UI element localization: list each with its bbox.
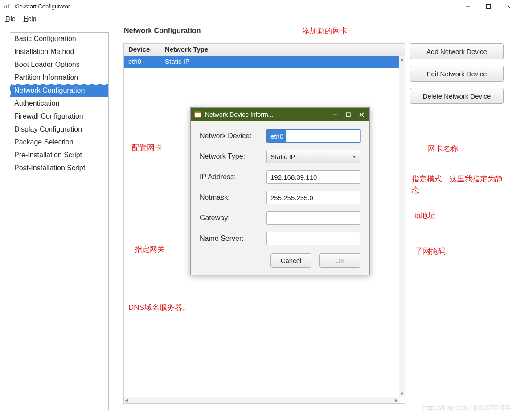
ip-address-input[interactable] <box>266 170 360 184</box>
dialog-icon <box>194 111 201 118</box>
svg-rect-11 <box>346 113 350 117</box>
dialog-title: Network Device Inform... <box>205 111 327 118</box>
window-title: Kickstart Configurator <box>14 3 458 10</box>
gateway-input[interactable] <box>266 211 360 225</box>
ok-button[interactable]: OK <box>319 253 360 268</box>
svg-rect-5 <box>487 4 491 8</box>
dialog-title-bar[interactable]: Network Device Inform... <box>191 108 369 121</box>
add-network-device-button[interactable]: Add Network Device <box>410 43 504 59</box>
scroll-left-icon[interactable]: ◀ <box>125 398 128 403</box>
name-server-label: Name Server: <box>200 235 266 243</box>
cell-type: Static IP <box>160 56 194 68</box>
network-type-select[interactable]: Static IP ▼ <box>266 150 360 163</box>
sidebar-item-display-configuration[interactable]: Display Configuration <box>10 123 108 136</box>
netmask-input[interactable] <box>266 191 360 204</box>
delete-network-device-button[interactable]: Delete Network Device <box>410 88 504 104</box>
svg-rect-9 <box>195 112 201 113</box>
scroll-down-icon[interactable]: ▼ <box>399 391 405 397</box>
sidebar-item-pre-installation-script[interactable]: Pre-Installation Script <box>10 149 108 162</box>
sidebar-item-package-selection[interactable]: Package Selection <box>10 136 108 149</box>
network-device-dialog: Network Device Inform... Network Device:… <box>190 107 370 275</box>
app-icon <box>4 3 11 10</box>
menu-bar: File Help <box>0 13 520 24</box>
sidebar-item-authentication[interactable]: Authentication <box>10 97 108 110</box>
dialog-minimize-button[interactable] <box>329 109 340 120</box>
panel-title: Network Configuration <box>121 27 203 35</box>
sidebar: Basic ConfigurationInstallation MethodBo… <box>10 32 109 410</box>
sidebar-item-post-installation-script[interactable]: Post-Installation Script <box>10 162 108 175</box>
sidebar-item-firewall-configuration[interactable]: Firewall Configuration <box>10 110 108 123</box>
sidebar-item-boot-loader-options[interactable]: Boot Loader Options <box>10 58 108 71</box>
svg-point-3 <box>8 4 10 5</box>
table-row[interactable]: eth0 Static IP <box>124 56 405 68</box>
dialog-close-button[interactable] <box>356 109 367 120</box>
menu-help[interactable]: Help <box>21 14 42 23</box>
sidebar-item-network-configuration[interactable]: Network Configuration <box>10 84 108 97</box>
gateway-label: Gateway: <box>200 214 266 222</box>
network-device-input[interactable] <box>266 129 360 143</box>
chevron-down-icon: ▼ <box>352 154 356 159</box>
minimize-button[interactable] <box>458 0 478 13</box>
svg-rect-1 <box>6 5 7 8</box>
scroll-up-icon[interactable]: ▲ <box>399 56 405 62</box>
sidebar-item-installation-method[interactable]: Installation Method <box>10 45 108 58</box>
cell-device: eth0 <box>124 56 160 68</box>
sidebar-item-partition-information[interactable]: Partition Information <box>10 71 108 84</box>
vertical-scrollbar[interactable]: ▲ ▼ <box>399 56 405 397</box>
sidebar-item-basic-configuration[interactable]: Basic Configuration <box>10 33 108 45</box>
name-server-input[interactable] <box>266 232 360 245</box>
action-buttons: Add Network Device Edit Network Device D… <box>410 43 504 104</box>
network-type-value: Static IP <box>270 153 295 161</box>
maximize-button[interactable] <box>478 0 499 13</box>
title-bar: Kickstart Configurator <box>0 0 520 13</box>
watermark: https://blog.csdn.r@51CTO博客 <box>423 404 511 412</box>
dialog-maximize-button[interactable] <box>343 109 353 120</box>
menu-file[interactable]: File <box>3 14 21 23</box>
scroll-right-icon[interactable]: ▶ <box>395 398 398 403</box>
table-header: Device Network Type <box>124 44 405 56</box>
svg-rect-0 <box>4 6 5 8</box>
close-button[interactable] <box>499 0 519 13</box>
network-type-label: Network Type: <box>200 152 266 161</box>
netmask-label: Netmask: <box>200 194 266 202</box>
ip-address-label: IP Address: <box>200 173 266 181</box>
dialog-body: Network Device: Network Type: Static IP … <box>191 121 369 275</box>
horizontal-scrollbar[interactable]: ◀ ▶ <box>124 397 399 403</box>
cancel-button[interactable]: Cancel <box>270 253 311 268</box>
edit-network-device-button[interactable]: Edit Network Device <box>410 66 504 82</box>
column-device[interactable]: Device <box>124 44 160 56</box>
column-type[interactable]: Network Type <box>160 44 405 56</box>
network-device-label: Network Device: <box>200 132 266 140</box>
